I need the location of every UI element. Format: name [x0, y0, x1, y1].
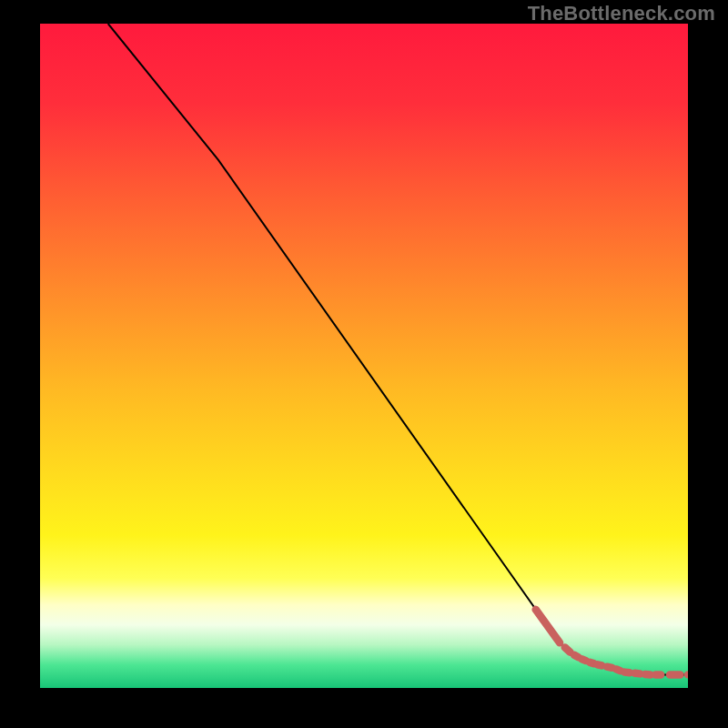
highlighted-tail	[536, 610, 688, 679]
chart-frame: TheBottleneck.com	[0, 0, 728, 728]
svg-point-1	[684, 671, 688, 678]
chart-layers	[40, 24, 688, 688]
plot-area	[40, 24, 688, 688]
watermark-text: TheBottleneck.com	[528, 2, 715, 25]
bottleneck-curve	[108, 24, 688, 674]
